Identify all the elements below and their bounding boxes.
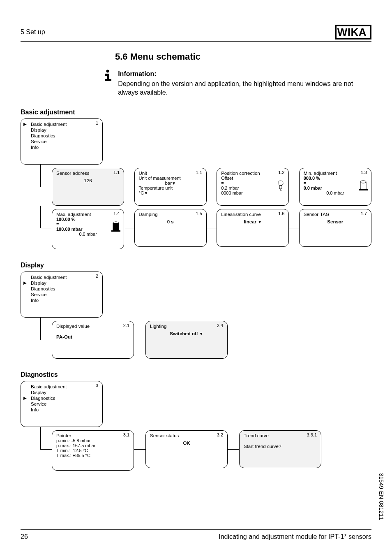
menu-item: Display [25,390,98,395]
chevron-down-icon: ▼ [144,191,148,196]
display-block: Display 2 Basic adjustment Display Diagn… [21,262,371,359]
page-header: 5 Set up WIKA [21,25,371,42]
menu-item: Basic adjustment [25,121,98,127]
min-adjustment-card: 1.3 Min. adjustment 000.0 % = 0.0 mbar 0… [299,168,371,206]
chevron-down-icon: ▼ [199,332,203,336]
svg-point-7 [360,181,366,183]
menu-item: Basic adjustment [25,384,98,390]
menu-item: Service [25,292,98,297]
unit-card: 1.1 Unit Unit of measurement bar▼ Temper… [134,168,207,206]
menu-item: Basic adjustment [25,274,98,280]
svg-text:P: P [282,190,284,193]
svg-point-4 [278,181,283,186]
svg-rect-3 [105,79,111,81]
display-heading: Display [21,262,371,269]
svg-rect-10 [111,230,120,232]
information-callout: Information: Depending on the version an… [103,70,371,97]
menu-item: Service [25,401,98,407]
menu-item: Info [25,144,98,150]
chevron-down-icon: ▼ [258,220,262,224]
linearisation-card: 1.6 Linearisation curve linear ▼ [217,209,289,247]
menu-item: Service [25,139,98,144]
svg-rect-8 [359,189,368,190]
menu-item: Display [25,280,98,286]
adjust-knob-icon: P [276,180,285,194]
document-id: 31549-EN-081211 [378,473,385,520]
menu-item: Diagnostics [25,133,98,139]
tank-low-icon [359,180,368,194]
basic-adjustment-block: Basic adjustment 1 Basic adjustment Disp… [21,109,371,249]
brand-logo: WIKA [335,25,371,39]
sensor-address-card: 1.1 Sensor address 126 [52,168,124,206]
svg-point-0 [106,70,109,73]
svg-rect-5 [279,186,282,189]
svg-rect-2 [107,74,109,79]
basic-menu-card: 1 Basic adjustment Display Diagnostics S… [21,118,103,165]
tank-high-icon [111,221,120,235]
position-correction-card: 1.2 Position correction Offset = 0.2 mba… [217,168,289,206]
trend-curve-card: 3.3.1 Trend curve Start trend curve? [239,430,321,468]
max-adjustment-card: 1.4 Max. adjustment 100.00 % = 100.00 mb… [52,209,124,249]
diagnostics-menu-card: 3 Basic adjustment Display Diagnostics S… [21,381,103,427]
information-text: Depending on the version and application… [118,79,371,97]
display-menu-card: 2 Basic adjustment Display Diagnostics S… [21,272,103,318]
displayed-value-card: 2.1 Displayed value PA-Out [52,321,134,359]
pointer-card: 3.1 Pointer p-min.: -5.8 mbar p-max.: 16… [52,430,134,471]
footer-title: Indicating and adjustment module for IPT… [219,533,371,541]
menu-item: Info [25,407,98,413]
section-path: 5 Set up [21,28,45,36]
basic-heading: Basic adjustment [21,109,371,116]
page-number: 26 [21,533,28,541]
page-footer: 26 Indicating and adjustment module for … [21,529,371,541]
chevron-down-icon: ▼ [172,181,176,186]
menu-item: Diagnostics [25,286,98,292]
sensor-status-card: 3.2 Sensor status OK [145,430,228,468]
damping-card: 1.5 Damping 0 s [134,209,207,247]
lighting-card: 2.4 Lighting Switched off ▼ [145,321,228,359]
diagnostics-heading: Diagnostics [21,371,371,378]
information-label: Information: [118,70,371,79]
menu-item: Diagnostics [25,395,98,401]
menu-item: Display [25,127,98,133]
page-title: 5.6 Menu schematic [115,51,371,62]
card-number: 1 [96,121,98,125]
menu-item: Info [25,297,98,303]
diagnostics-block: Diagnostics 3 Basic adjustment Display D… [21,371,371,471]
info-icon [103,70,118,97]
sensor-tag-card: 1.7 Sensor-TAG Sensor [299,209,371,247]
